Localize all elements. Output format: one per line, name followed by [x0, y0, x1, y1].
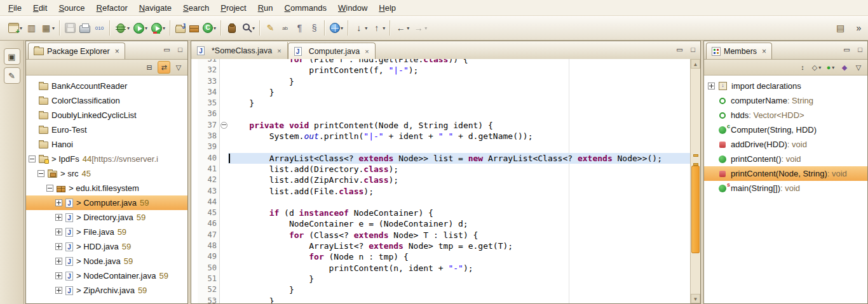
show-whitespace-button[interactable]: ¶	[293, 21, 306, 36]
previous-annotation-button[interactable]: ↑▾	[370, 21, 386, 36]
code-text[interactable]: NodeContainer e = (NodeContainer) d;	[228, 218, 691, 229]
tree-item-nodecontainer-java[interactable]: > NodeContainer.java59	[26, 268, 187, 283]
tree-item-computer-java[interactable]: > Computer.java59	[26, 195, 187, 210]
back-button[interactable]: ←▾	[394, 21, 410, 36]
code-text[interactable]: ArrayList<? extends Node> tmp = e.get(T)…	[228, 241, 691, 251]
export-jar-button[interactable]	[225, 22, 239, 35]
tree-item-colorclassification[interactable]: ColorClassification	[26, 93, 187, 108]
hide-fields-button[interactable]: ◇▾	[811, 62, 822, 73]
save-button[interactable]	[64, 21, 77, 35]
menu-item-window[interactable]: Window	[332, 1, 373, 15]
tree-item-hanoi[interactable]: Hanoi	[26, 137, 187, 152]
members-view-tab[interactable]: Members ×	[706, 43, 772, 59]
collapse-icon[interactable]	[46, 185, 53, 192]
tree-item-src[interactable]: > src45	[26, 166, 187, 181]
tree-item-directory-java[interactable]: > Directory.java59	[26, 210, 187, 225]
code-text[interactable]: for (File f : hdd.get(File.class)) {	[228, 59, 691, 65]
menu-item-run[interactable]: Run	[252, 1, 279, 15]
code-text[interactable]: list.add(ZipArchiv.class);	[228, 175, 691, 185]
search-button[interactable]: ▾	[240, 21, 256, 35]
toolbar-overflow-button[interactable]: »	[852, 21, 865, 36]
debug-button[interactable]: ▾	[114, 22, 131, 35]
code-text[interactable]: printContent(f, "|-");	[228, 65, 691, 76]
build-binary-button[interactable]: 010	[93, 21, 106, 36]
new-java-project-button[interactable]	[174, 22, 187, 35]
code-text[interactable]: }	[228, 98, 691, 109]
expand-icon[interactable]	[55, 199, 62, 206]
menu-item-commands[interactable]: Commands	[279, 1, 332, 15]
minimize-button[interactable]: ▭	[161, 44, 172, 55]
pin-editor-button[interactable]: ▤	[834, 21, 847, 36]
member-item-computer-string-hdd[interactable]: cComputer(String, HDD)	[704, 122, 867, 137]
editor-vertical-scrollbar[interactable]: ▲ ▼	[690, 59, 700, 303]
minimize-button[interactable]: ▭	[841, 44, 852, 55]
tree-item-euro-test[interactable]: Euro-Test	[26, 122, 187, 137]
collapse-icon[interactable]	[29, 155, 36, 162]
forward-button[interactable]: →▾	[412, 21, 428, 36]
member-item-printcontent[interactable]: printContent() : void	[704, 152, 867, 166]
mark-occurrences-button[interactable]: ✎	[264, 21, 277, 36]
close-tab-icon[interactable]: ×	[365, 48, 369, 55]
hide-nonpublic-button[interactable]: ◆	[839, 62, 850, 73]
member-item-import-declarations[interactable]: import declarations	[704, 79, 867, 93]
expand-icon[interactable]	[55, 214, 62, 221]
hide-static-button[interactable]: ●▾	[825, 62, 836, 73]
checkout-project-button[interactable]: ▥	[25, 21, 38, 36]
member-item-main-string[interactable]: smain(String[]) : void	[704, 181, 867, 195]
code-viewport[interactable]: 31 for (File f : hdd.get(File.class)) {3…	[191, 59, 691, 303]
maximize-button[interactable]: □	[855, 44, 865, 55]
code-text[interactable]: list.add(File.class);	[228, 186, 691, 197]
sort-button[interactable]: ↕	[797, 62, 808, 73]
fold-collapse-icon[interactable]	[220, 122, 227, 129]
tree-item-bankaccountreader[interactable]: BankAccountReader	[26, 79, 187, 93]
new-class-button[interactable]: ▾	[201, 21, 217, 35]
menu-item-help[interactable]: Help	[373, 1, 402, 15]
code-text[interactable]: }	[228, 274, 691, 284]
tree-item-node-java[interactable]: > Node.java59	[26, 254, 187, 268]
member-item-computername[interactable]: computerName : String	[704, 93, 867, 108]
restore-view-button[interactable]: ▣	[4, 48, 20, 65]
collapse-icon[interactable]	[37, 170, 44, 177]
code-text[interactable]: if (d instanceof NodeContainer) {	[228, 208, 691, 218]
code-text[interactable]: System.out.println("|-" + ident + " " + …	[228, 131, 691, 142]
code-text[interactable]: }	[228, 76, 691, 87]
minimize-button[interactable]: ▭	[674, 44, 685, 55]
code-text[interactable]: for (Node n : tmp) {	[228, 251, 691, 262]
coverage-button[interactable]: ▾	[150, 21, 166, 36]
close-view-icon[interactable]: ×	[115, 47, 119, 56]
member-item-printcontent-node-string[interactable]: printContent(Node, String) : void	[704, 166, 867, 181]
scroll-up-icon[interactable]: ▲	[691, 59, 700, 69]
close-view-icon[interactable]: ×	[762, 47, 766, 56]
maximize-button[interactable]: □	[175, 44, 186, 55]
expand-icon[interactable]	[708, 83, 715, 89]
tree-item-ipdfs[interactable]: > IpdFs44 [https://svnserver.i	[26, 152, 187, 166]
members-view-menu-button[interactable]: ▽	[853, 62, 864, 73]
editor-tab-computer-java[interactable]: Computer.java×	[288, 43, 376, 59]
code-text[interactable]	[228, 109, 691, 119]
tree-item-hdd-java[interactable]: > HDD.java59	[26, 239, 187, 254]
menu-item-refactor[interactable]: Refactor	[91, 1, 133, 15]
maximize-button[interactable]: □	[688, 44, 698, 55]
view-menu-button[interactable]: ▽	[173, 62, 184, 73]
menu-item-search[interactable]: Search	[177, 1, 215, 15]
format-marks-button[interactable]: §	[308, 21, 321, 36]
menu-item-navigate[interactable]: Navigate	[133, 1, 177, 15]
code-text[interactable]: for (Class<? extends Node> T : list) {	[228, 230, 691, 241]
scrollbar-thumb[interactable]	[691, 166, 700, 253]
code-text[interactable]: private void printContent(Node d, String…	[228, 120, 691, 131]
spelling-button[interactable]: ab	[278, 21, 292, 36]
expand-icon[interactable]	[55, 272, 62, 279]
code-text[interactable]: }	[228, 87, 691, 98]
tree-item-file-java[interactable]: > File.java59	[26, 225, 187, 239]
scroll-down-icon[interactable]: ▼	[691, 294, 700, 303]
code-text[interactable]	[228, 197, 691, 208]
fast-view-editor-button[interactable]: ✎	[4, 67, 20, 84]
tree-item-ziparchiv-java[interactable]: > ZipArchiv.java59	[26, 283, 187, 298]
print-button[interactable]	[78, 22, 92, 35]
new-project-button[interactable]: ▦▾	[39, 21, 56, 36]
editor-tab-someclass-java[interactable]: *SomeClass.java×	[191, 42, 288, 59]
code-text[interactable]: }	[228, 296, 691, 303]
run-button[interactable]: ▾	[132, 21, 149, 36]
tree-item-doublylinkedcycliclist[interactable]: DoublyLinkedCyclicList	[26, 108, 187, 122]
member-item-hdds[interactable]: hdds : Vector<HDD>	[704, 108, 867, 122]
